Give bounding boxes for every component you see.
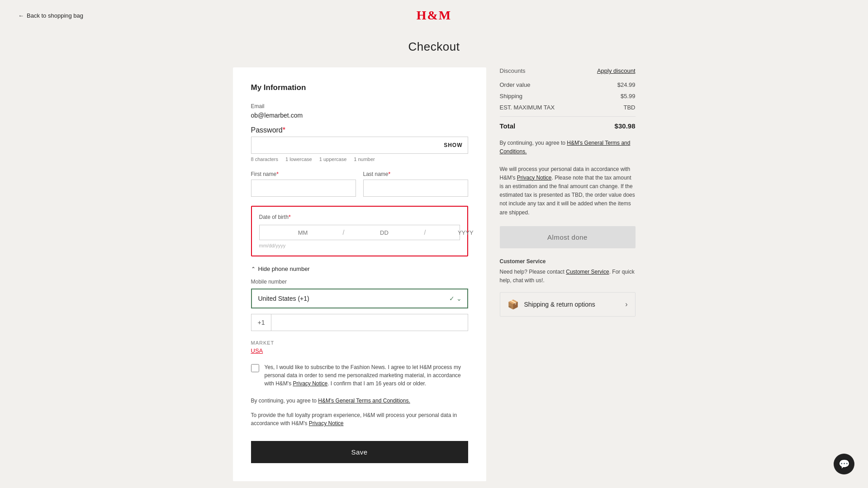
dob-label: Date of birth* — [259, 214, 460, 220]
total-divider — [500, 116, 636, 117]
country-select-wrapper: United States (+1) ✓ ⌄ — [251, 289, 468, 308]
hint-uppercase: 1 uppercase — [319, 156, 347, 162]
tax-label: EST. MAXIMUM TAX — [500, 104, 555, 111]
dob-day-input[interactable] — [346, 229, 422, 236]
terms-link[interactable]: H&M's General Terms and Conditions. — [318, 398, 410, 404]
cs-link[interactable]: Customer Service — [566, 269, 609, 275]
phone-number-input[interactable] — [271, 314, 467, 331]
shipping-options-label: Shipping & return options — [524, 301, 595, 308]
back-label: Back to shopping bag — [27, 12, 83, 19]
tax-value: TBD — [624, 104, 636, 111]
legal-privacy-link[interactable]: Privacy Notice — [517, 175, 552, 181]
shipping-row: Shipping $5.99 — [500, 93, 636, 99]
back-to-bag-link[interactable]: ← Back to shopping bag — [18, 12, 83, 19]
password-label: Password* — [251, 126, 285, 134]
legal-text: By continuing, you agree to H&M's Genera… — [500, 139, 636, 217]
chevron-up-icon: ⌃ — [251, 266, 256, 272]
shipping-box-icon: 📦 — [508, 299, 519, 310]
chevron-right-icon: › — [625, 300, 627, 308]
password-required: * — [283, 126, 285, 134]
password-input-wrapper: SHOW — [251, 137, 468, 154]
cs-heading: Customer Service — [500, 257, 636, 266]
email-value: ob@lemarbet.com — [251, 112, 468, 119]
save-button[interactable]: Save — [251, 441, 468, 463]
consent-row: Yes, I would like to subscribe to the Fa… — [251, 363, 468, 388]
last-name-label: Last name* — [363, 171, 468, 177]
hide-phone-label: Hide phone number — [258, 265, 310, 272]
market-section: MARKET USA — [251, 340, 468, 354]
hint-lowercase: 1 lowercase — [285, 156, 312, 162]
shipping-options-row[interactable]: 📦 Shipping & return options › — [500, 292, 636, 317]
almost-done-button: Almost done — [500, 226, 636, 248]
email-label: Email — [251, 103, 468, 109]
loyalty-text: To provide the full loyalty program expe… — [251, 411, 468, 427]
arrow-left-icon: ← — [18, 12, 24, 19]
shipping-label: Shipping — [500, 93, 523, 99]
password-label-row: Password* — [251, 126, 468, 134]
loyalty-privacy-link[interactable]: Privacy Notice — [309, 420, 344, 426]
show-password-button[interactable]: SHOW — [444, 142, 462, 148]
hint-characters: 8 characters — [251, 156, 279, 162]
customer-service: Customer Service Need help? Please conta… — [500, 257, 636, 285]
password-hints: 8 characters 1 lowercase 1 uppercase 1 n… — [251, 156, 468, 162]
discounts-row: Discounts Apply discount — [500, 67, 636, 74]
order-value: $24.99 — [617, 81, 636, 88]
dob-sep-2: / — [422, 229, 427, 236]
consent-text: Yes, I would like to subscribe to the Fa… — [265, 363, 468, 388]
terms-text: By continuing, you agree to H&M's Genera… — [251, 397, 468, 405]
checkout-layout: My Information Email ob@lemarbet.com Pas… — [118, 67, 751, 488]
discounts-label: Discounts — [500, 67, 526, 74]
country-select[interactable]: United States (+1) — [252, 289, 467, 308]
order-value-row: Order value $24.99 — [500, 81, 636, 88]
main-form: My Information Email ob@lemarbet.com Pas… — [233, 67, 486, 481]
phone-prefix: +1 — [251, 314, 272, 331]
page-title: Checkout — [0, 40, 868, 54]
privacy-notice-link-consent[interactable]: Privacy Notice — [293, 380, 327, 387]
total-label: Total — [500, 122, 516, 130]
chat-icon: 💬 — [839, 459, 850, 469]
tax-row: EST. MAXIMUM TAX TBD — [500, 104, 636, 111]
password-input[interactable] — [251, 137, 468, 154]
total-value: $30.98 — [615, 122, 636, 130]
password-section: Password* SHOW 8 characters 1 lowercase … — [251, 126, 468, 162]
chat-button[interactable]: 💬 — [834, 454, 854, 474]
hm-logo: H&M — [417, 8, 452, 23]
dob-month-input[interactable] — [265, 229, 341, 236]
top-bar: ← Back to shopping bag H&M — [0, 0, 868, 31]
dob-sep-1: / — [341, 229, 346, 236]
first-name-field: First name* — [251, 171, 356, 197]
dob-format: mm/dd/yyyy — [259, 243, 460, 248]
first-name-input[interactable] — [251, 180, 356, 197]
dob-year-input[interactable] — [427, 229, 503, 236]
market-value[interactable]: USA — [251, 347, 468, 354]
first-name-label: First name* — [251, 171, 356, 177]
phone-input-row: +1 — [251, 314, 468, 331]
apply-discount-link[interactable]: Apply discount — [597, 67, 636, 74]
order-value-label: Order value — [500, 81, 531, 88]
hint-number: 1 number — [354, 156, 375, 162]
hide-phone-toggle[interactable]: ⌃ Hide phone number — [251, 265, 468, 272]
name-row: First name* Last name* — [251, 171, 468, 197]
consent-checkbox[interactable] — [251, 364, 259, 372]
section-title: My Information — [251, 83, 468, 92]
shipping-options-left: 📦 Shipping & return options — [508, 299, 595, 310]
shipping-value: $5.99 — [621, 93, 636, 99]
order-sidebar: Discounts Apply discount Order value $24… — [500, 67, 636, 481]
total-row: Total $30.98 — [500, 122, 636, 130]
dob-inputs: / / — [259, 225, 460, 240]
market-heading: MARKET — [251, 340, 468, 346]
last-name-field: Last name* — [363, 171, 468, 197]
mobile-label: Mobile number — [251, 279, 468, 285]
last-name-input[interactable] — [363, 180, 468, 197]
dob-section: Date of birth* / / mm/dd/yyyy — [251, 206, 468, 256]
